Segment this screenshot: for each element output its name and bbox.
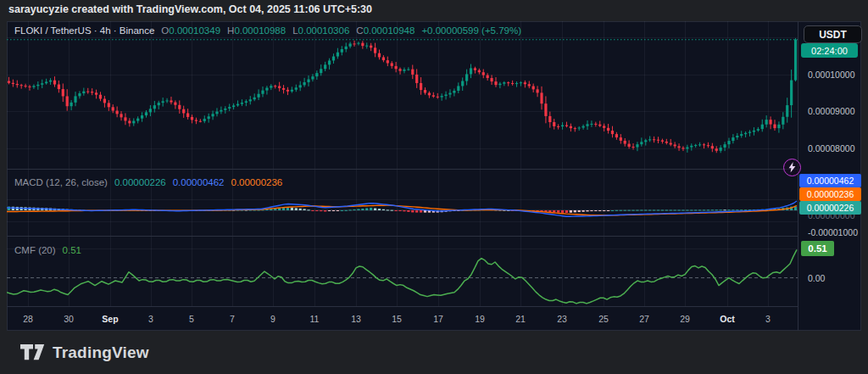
macd-signal-badge: 0.00000236 [799,187,861,201]
time-tick-label: 7 [230,314,235,324]
macd-hist-badge: 0.00000226 [799,201,861,215]
price-scale-label: 0.00008000 [808,143,854,154]
currency-button[interactable]: USDT [804,25,862,43]
time-tick-label: 28 [23,314,33,324]
macd-lines [7,201,797,216]
chart-widget: FLOKI / TetherUS · 4h · BinanceO0.000103… [7,21,861,331]
time-tick-label: 23 [557,314,567,324]
ohlc-close-value: 0.00010948 [364,25,415,36]
symbol-title: FLOKI / TetherUS · 4h · Binance [14,25,154,36]
time-tick-label: Oct [720,314,735,324]
time-tick-label: 11 [310,314,320,324]
price-scale-label: 0.00010000 [808,70,854,80]
price-scale[interactable]: 0.00-0.000010000.000000000.000080000.000… [798,21,861,331]
bar-countdown-badge: 02:24:00 [801,43,858,58]
cmf-params: (20) [38,245,55,255]
time-tick-label: 19 [475,314,485,324]
macd-params: (12, 26, close) [46,177,108,187]
macd-legend[interactable]: MACD (12, 26, close)0.000002260.00000462… [14,177,282,187]
time-tick-label: 13 [351,314,361,324]
ohlc-high-value: 0.00010988 [234,25,286,36]
time-tick-label: 17 [433,314,443,324]
macd-hist-value: 0.00000226 [114,177,166,187]
time-tick-label: 29 [680,314,690,324]
time-tick-label: 27 [639,314,649,324]
macd-line-badge: 0.00000462 [799,174,861,187]
cmf-value: 0.51 [63,245,81,255]
ohlc-low-value: 0.00010306 [298,25,350,36]
time-tick-label: 9 [270,314,275,324]
time-tick-label: 5 [189,314,194,324]
candles-layer [8,38,797,153]
ohlc-open-value: 0.00010349 [169,25,220,36]
footer-bar: TradingView [0,331,868,374]
ohlc-close-label: C [356,25,363,36]
time-tick-label: 21 [515,314,526,324]
time-tick-label: 15 [392,314,402,324]
chart-canvas[interactable] [7,21,798,306]
macd-signal-value: 0.00000236 [231,177,282,187]
time-tick-label: 25 [598,314,609,324]
quick-trade-button[interactable] [783,159,801,176]
tradingview-brand-text[interactable]: TradingView [53,343,149,362]
attribution-text: sarayucyzie created with TradingView.com… [8,3,372,15]
cmf-legend[interactable]: CMF (20)0.51 [14,245,81,255]
grid-layer [7,21,798,306]
time-tick-label: 3 [765,314,771,324]
price-scale-label: 0.00 [808,273,825,283]
time-tick-label: Sep [102,314,118,324]
price-scale-label: 0.00009000 [808,106,854,116]
symbol-legend[interactable]: FLOKI / TetherUS · 4h · BinanceO0.000103… [14,25,521,36]
time-tick-label: 30 [64,314,74,324]
cmf-value-badge: 0.51 [801,241,834,256]
tradingview-logo-icon[interactable] [20,344,45,360]
time-tick-label: 3 [148,314,153,324]
tradingview-snapshot-page: sarayucyzie created with TradingView.com… [0,0,868,374]
lightning-icon [788,162,796,173]
cmf-title: CMF [14,245,36,255]
price-scale-label: -0.00001000 [808,227,858,237]
macd-line-value: 0.00000462 [173,177,225,187]
ohlc-open-label: O [161,25,169,36]
macd-title: MACD [14,177,43,187]
cmf-line [7,249,797,304]
price-change: +0.00000599 (+5.79%) [421,25,521,36]
time-axis[interactable]: 2830Sep357911131517192123252729Oct3 [7,306,798,332]
